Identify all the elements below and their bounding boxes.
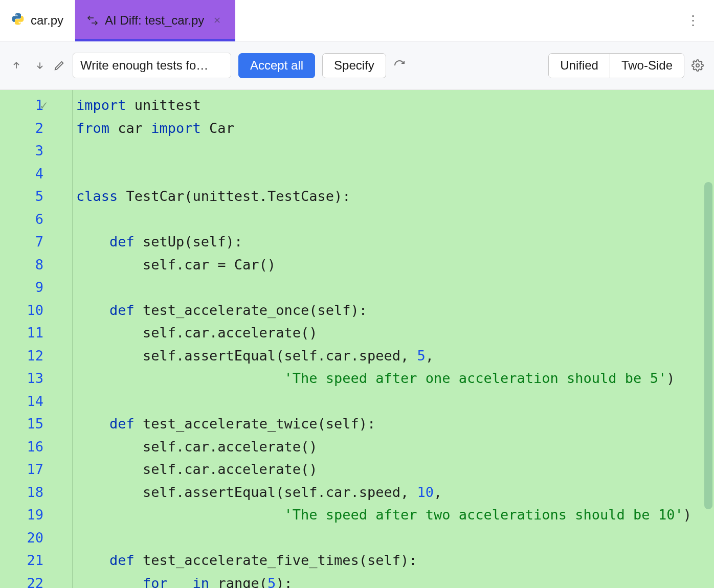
prev-diff-icon[interactable] — [10, 59, 23, 72]
edit-icon[interactable] — [53, 59, 65, 72]
line-number: 16 — [0, 436, 72, 459]
more-menu-icon[interactable]: ⋮ — [672, 0, 714, 41]
line-number: 11 — [0, 322, 72, 345]
code-line: self.car = Car() — [73, 254, 714, 277]
line-number: 20 — [0, 527, 72, 550]
line-number: 7 — [0, 231, 72, 254]
line-number: 14 — [0, 390, 72, 413]
line-number: 21 — [0, 549, 72, 572]
line-number: 1✓ — [0, 94, 72, 117]
code-line: for _ in range(5): — [73, 572, 714, 589]
gutter: 1✓2345678910111213141516171819202122 — [0, 90, 73, 588]
tab-label: car.py — [31, 13, 63, 28]
code-line — [73, 390, 714, 413]
close-icon[interactable]: ✕ — [213, 15, 221, 26]
nav-arrows — [10, 59, 46, 72]
tab-ai-diff[interactable]: AI Diff: test_car.py ✕ — [75, 0, 235, 41]
code-line: def test_accelerate_once(self): — [73, 299, 714, 322]
editor: 1✓2345678910111213141516171819202122 imp… — [0, 90, 714, 588]
code-line — [73, 276, 714, 299]
python-icon — [11, 12, 25, 29]
line-number: 2 — [0, 117, 72, 140]
gear-icon[interactable] — [691, 59, 704, 72]
line-number: 8 — [0, 254, 72, 277]
code-line — [73, 527, 714, 550]
next-diff-icon[interactable] — [34, 59, 46, 72]
code-line: def test_accelerate_twice(self): — [73, 413, 714, 436]
line-number: 9 — [0, 276, 72, 299]
code-line: class TestCar(unittest.TestCase): — [73, 185, 714, 208]
code-line: def test_accelerate_five_times(self): — [73, 549, 714, 572]
diff-toolbar: Accept all Specify Unified Two-Side — [0, 41, 714, 90]
code-line: 'The speed after two accelerations shoul… — [73, 504, 714, 527]
code-line — [73, 208, 714, 231]
code-line — [73, 163, 714, 186]
line-number: 10 — [0, 299, 72, 322]
code-line: self.assertEqual(self.car.speed, 5, — [73, 345, 714, 368]
view-mode-unified[interactable]: Unified — [549, 54, 610, 78]
tab-label: AI Diff: test_car.py — [105, 13, 204, 28]
specify-button[interactable]: Specify — [322, 53, 386, 78]
ai-prompt-input[interactable] — [73, 53, 231, 78]
tab-car-py[interactable]: car.py — [0, 0, 75, 41]
line-number: 19 — [0, 504, 72, 527]
line-number: 13 — [0, 367, 72, 390]
line-number: 17 — [0, 458, 72, 481]
code-line: self.car.accelerate() — [73, 458, 714, 481]
line-number: 22 — [0, 572, 72, 589]
gutter-check-icon: ✓ — [40, 94, 48, 117]
scrollbar[interactable] — [704, 182, 712, 509]
line-number: 15 — [0, 413, 72, 436]
view-mode-segmented: Unified Two-Side — [548, 53, 684, 78]
line-number: 4 — [0, 163, 72, 186]
svg-point-0 — [696, 64, 699, 67]
tabs-bar: car.py AI Diff: test_car.py ✕ ⋮ — [0, 0, 714, 41]
code-line: from car import Car — [73, 117, 714, 140]
line-number: 3 — [0, 140, 72, 163]
line-number: 6 — [0, 208, 72, 231]
code-line: 'The speed after one acceleration should… — [73, 367, 714, 390]
accept-all-button[interactable]: Accept all — [238, 53, 315, 78]
ai-diff-icon — [86, 14, 99, 27]
code-line: self.car.accelerate() — [73, 322, 714, 345]
refresh-icon[interactable] — [393, 59, 406, 72]
code-line: self.car.accelerate() — [73, 436, 714, 459]
code-line: def setUp(self): — [73, 231, 714, 254]
code-line — [73, 140, 714, 163]
line-number: 12 — [0, 345, 72, 368]
code-line: self.assertEqual(self.car.speed, 10, — [73, 481, 714, 504]
code-area[interactable]: import unittestfrom car import Carclass … — [73, 90, 714, 588]
line-number: 5 — [0, 185, 72, 208]
code-line: import unittest — [73, 94, 714, 117]
line-number: 18 — [0, 481, 72, 504]
view-mode-two-side[interactable]: Two-Side — [610, 54, 684, 78]
